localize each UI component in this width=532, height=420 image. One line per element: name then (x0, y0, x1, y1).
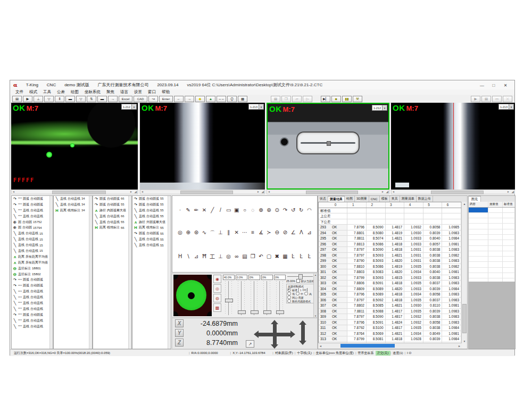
table-row[interactable]: 310OK7.87968.50911.48241.09320.80581.098… (319, 320, 461, 326)
table-row[interactable]: 309OK7.87978.50901.48171.09320.80381.098… (319, 314, 461, 320)
table-row[interactable]: 299OK7.87908.50931.48201.09310.80381.098… (319, 258, 461, 264)
chevron-down-icon[interactable]: ▾ (259, 104, 263, 109)
tool-icon[interactable]: ◎ (177, 229, 184, 237)
element-row[interactable] (469, 273, 515, 278)
light-mode-icon[interactable]: ◍ (213, 294, 221, 302)
tool-icon[interactable]: H (177, 253, 184, 261)
camera-zoom-select[interactable]: 1-213 ▾ (498, 104, 514, 110)
menu-item-聚焦[interactable]: 聚焦 (106, 89, 114, 95)
feature-row[interactable]: ʌ距离所有距离平均值 (12, 260, 53, 266)
tab-状态[interactable]: 状态 (318, 196, 328, 202)
feature-row[interactable]: ↷***圆弧自动圆弧 (12, 277, 53, 283)
feature-row[interactable]: ╲直线自动直线66 (93, 213, 131, 219)
tab-绘图[interactable]: 绘图 (345, 196, 355, 202)
excel-button[interactable]: Excel (119, 96, 132, 102)
results-horizontal-scrollbar[interactable]: ◄ ► (318, 343, 462, 349)
scrollbar-thumb[interactable] (180, 191, 234, 194)
slider-track[interactable] (261, 281, 273, 315)
tool-icon[interactable]: ✖ (273, 253, 280, 261)
light-mode-icon[interactable]: ▩ (213, 303, 221, 312)
feature-row[interactable]: ↷***圆弧自动圆弧 (12, 312, 53, 318)
slider-thumb[interactable] (238, 310, 246, 314)
color-sensor-radio[interactable] (287, 299, 291, 303)
tool-icon[interactable]: ◌ (250, 207, 256, 213)
tool-icon[interactable]: ↷ (281, 207, 288, 213)
low-radio[interactable] (287, 292, 291, 295)
tool-icon[interactable]: ✕ (201, 207, 208, 213)
tool-icon[interactable]: Ŀ (306, 253, 313, 261)
scroll-up-icon[interactable]: ▲ (462, 202, 467, 205)
tool-icon[interactable]: ⊿ (193, 253, 200, 261)
cad-button[interactable]: CAD (134, 96, 147, 102)
slider-track[interactable] (236, 281, 247, 315)
tool-icon[interactable]: ≡ (250, 229, 256, 237)
scroll-down-icon[interactable]: ▼ (462, 340, 467, 343)
move-right-button[interactable]: → (185, 96, 194, 102)
feature-row[interactable]: H距离线性标注66 (93, 225, 131, 230)
feature-row[interactable]: ʌ路径内圆弧最大值 (93, 208, 131, 213)
hammer-button[interactable]: ⤫ (503, 96, 512, 102)
menu-item-窗口[interactable]: 窗口 (148, 89, 156, 95)
tolerance-row[interactable]: 下公差 (319, 219, 461, 225)
feature-row[interactable]: ↷***圆弧自动圆弧 (12, 196, 53, 202)
light-channel-slider[interactable]: 0% (261, 275, 273, 315)
magnifier-button[interactable]: Ϙ (227, 96, 237, 102)
up-down-arrow-icon[interactable] (273, 324, 277, 344)
scroll-left-icon[interactable]: ◄ (268, 190, 270, 194)
tool-icon[interactable]: ⊙ (273, 207, 280, 213)
feature-row[interactable]: ╲直线自动直线15 (12, 248, 53, 254)
tool-icon[interactable]: ⊖ (273, 229, 280, 237)
slider-thumb[interactable] (251, 310, 259, 314)
pause-button[interactable]: ▮▮ (342, 96, 352, 102)
feature-row[interactable]: ╲***直线自动直线 (12, 208, 53, 213)
scrollbar-thumb[interactable] (306, 191, 358, 194)
table-row[interactable]: 295OK7.88118.50741.48211.09330.80401.098… (319, 236, 461, 242)
enter-button[interactable]: Enter (159, 96, 173, 102)
stage-button[interactable]: Ⅱ (55, 96, 64, 102)
options-scrollbar[interactable]: ▲ ▼ (313, 274, 317, 317)
table-row[interactable]: 296OK7.88138.50861.48181.09330.80571.098… (319, 242, 461, 248)
tool-icon[interactable]: ≻ (265, 229, 272, 237)
scroll-right-icon[interactable]: ► (381, 190, 384, 194)
tool-icon[interactable]: ▭ (225, 207, 232, 213)
feature-row[interactable]: ╲直线自动直线15 (12, 242, 53, 248)
slider-thumb[interactable] (276, 310, 284, 314)
tool-icon[interactable]: ◠ (306, 207, 313, 213)
feature-row[interactable]: ʌ距离所有距离平均值 (12, 254, 53, 260)
feature-row[interactable]: H距离线性标注34 (54, 208, 92, 213)
tool-icon[interactable]: ∖ (185, 253, 192, 261)
table-row[interactable]: 305OK7.87968.50891.48181.09340.80581.098… (319, 292, 461, 298)
probe-button[interactable]: ⊥ (34, 96, 43, 102)
tool-icon[interactable]: ✏ (193, 207, 200, 213)
tool-icon[interactable]: ∠ (290, 229, 297, 237)
tool-icon[interactable]: ∞ (233, 253, 240, 261)
light-channel-slider[interactable]: 0% (274, 275, 286, 315)
resize-grip-icon[interactable]: ◢ (134, 190, 137, 194)
block-down-button[interactable]: ▬ (97, 96, 107, 102)
tool-icon[interactable]: ↺ (290, 207, 297, 213)
table-row[interactable]: 307OK7.88028.50851.48211.09300.81101.098… (319, 303, 461, 309)
element-row[interactable] (469, 251, 515, 257)
high-radio[interactable] (304, 292, 308, 295)
element-row[interactable] (469, 235, 515, 240)
table-row[interactable]: 312OK7.87648.50691.48211.09340.80491.098… (319, 331, 461, 337)
tool-icon[interactable]: ↻ (298, 207, 305, 213)
feature-row[interactable]: ↷***圆弧自动圆弧 (12, 283, 53, 289)
table-row[interactable]: 297OK7.87978.50901.48181.09310.80381.098… (319, 247, 461, 253)
table-row[interactable]: 294OK7.88018.50801.48191.09300.80391.098… (319, 230, 461, 236)
feature-row[interactable]: ⊕圆自动圆15794 (12, 225, 53, 230)
scrollbar-thumb[interactable] (52, 191, 106, 194)
play2-button[interactable]: ▶ (471, 96, 480, 102)
camera-scrollbar[interactable]: ◄►◢ (140, 190, 265, 194)
tab-模板[interactable]: 模板 (380, 196, 390, 202)
camera-scrollbar[interactable]: ◄►◢ (11, 190, 138, 194)
tool-icon[interactable]: ❐ (250, 253, 256, 261)
menu-item-工具[interactable]: 工具 (43, 89, 51, 95)
close-button[interactable]: ✕ (500, 81, 511, 89)
maximize-button[interactable]: □ (488, 81, 500, 89)
menu-item-模式[interactable]: 模式 (29, 89, 37, 95)
slider-track[interactable] (223, 281, 235, 315)
scrollbar-thumb[interactable] (431, 191, 484, 194)
tool-icon[interactable]: ⌒ (209, 229, 216, 237)
feature-row[interactable]: ↷圆弧自动圆弧55 (132, 230, 171, 236)
